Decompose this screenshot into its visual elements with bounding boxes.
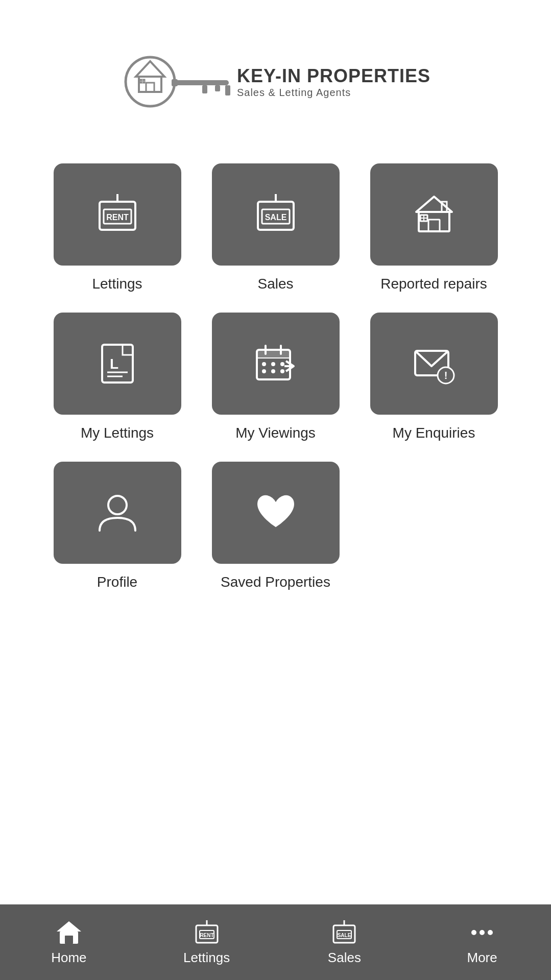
menu-item-sales[interactable]: SALE Sales [212,163,340,292]
svg-text:SALE: SALE [338,933,351,938]
svg-rect-24 [442,202,447,212]
sales-icon: SALE [253,192,299,237]
svg-text:SALE: SALE [265,213,286,222]
svg-point-39 [262,369,266,373]
my-enquiries-tile[interactable]: ! [370,313,498,415]
svg-rect-32 [257,350,290,358]
menu-item-saved-properties[interactable]: Saved Properties [212,462,340,590]
menu-item-my-viewings[interactable]: My Viewings [212,313,340,441]
more-nav-label: More [467,950,497,966]
logo-title: KEY-IN PROPERTIES [237,65,430,87]
lettings-nav-icon: RENT [194,919,220,946]
lettings-tile[interactable]: RENT [54,163,181,266]
more-nav-icon [469,919,495,946]
saved-properties-label: Saved Properties [221,574,330,590]
profile-label: Profile [97,574,137,590]
reported-repairs-icon [411,192,457,237]
my-viewings-icon [253,341,299,387]
nav-item-more[interactable]: More [413,919,551,966]
logo-section: KEY-IN PROPERTIES Sales & Letting Agents [0,0,551,143]
svg-point-40 [271,369,275,373]
svg-marker-47 [57,921,81,931]
svg-text:!: ! [444,370,447,381]
my-viewings-label: My Viewings [235,425,316,441]
svg-rect-10 [225,85,230,95]
saved-properties-icon [253,490,299,536]
svg-marker-1 [136,61,164,77]
svg-point-41 [280,369,284,373]
home-nav-label: Home [51,950,86,966]
menu-grid: RENT Lettings SALE Sales [54,143,498,621]
my-enquiries-label: My Enquiries [393,425,475,441]
svg-point-59 [480,930,485,935]
menu-item-my-enquiries[interactable]: ! My Enquiries [370,313,498,441]
svg-point-58 [471,930,476,935]
svg-point-36 [262,362,266,366]
sales-nav-icon: SALE [331,919,357,946]
svg-text:L: L [110,356,118,372]
svg-point-46 [108,496,127,514]
svg-rect-49 [65,936,73,944]
logo-key-icon [121,51,233,112]
svg-rect-9 [215,85,220,91]
bottom-nav: Home RENT Lettings SALE Sales More [0,904,551,980]
home-nav-icon [56,919,82,946]
menu-item-my-lettings[interactable]: L My Lettings [54,313,181,441]
svg-point-38 [280,362,284,366]
menu-item-lettings[interactable]: RENT Lettings [54,163,181,292]
nav-item-sales[interactable]: SALE Sales [276,919,414,966]
saved-properties-tile[interactable] [212,462,340,564]
lettings-icon: RENT [94,192,140,237]
svg-text:RENT: RENT [106,213,129,222]
my-lettings-label: My Lettings [81,425,154,441]
menu-item-profile[interactable]: Profile [54,462,181,590]
logo-text: KEY-IN PROPERTIES Sales & Letting Agents [237,65,430,99]
menu-item-reported-repairs[interactable]: Reported repairs [370,163,498,292]
logo-container: KEY-IN PROPERTIES Sales & Letting Agents [121,51,430,112]
nav-item-lettings[interactable]: RENT Lettings [138,919,276,966]
sales-nav-label: Sales [328,950,361,966]
my-lettings-tile[interactable]: L [54,313,181,415]
svg-rect-8 [202,85,207,93]
svg-point-60 [488,930,493,935]
svg-point-0 [126,57,175,106]
lettings-nav-label: Lettings [183,950,230,966]
svg-rect-11 [172,79,178,86]
logo-subtitle: Sales & Letting Agents [237,87,430,99]
svg-rect-3 [146,83,154,92]
my-enquiries-icon: ! [411,341,457,387]
profile-tile[interactable] [54,462,181,564]
svg-rect-7 [174,80,229,85]
sales-tile[interactable]: SALE [212,163,340,266]
profile-icon [94,490,140,536]
svg-rect-22 [428,220,440,231]
svg-text:RENT: RENT [200,933,213,938]
nav-item-home[interactable]: Home [0,919,138,966]
reported-repairs-tile[interactable] [370,163,498,266]
sales-label: Sales [257,276,293,292]
lettings-label: Lettings [92,276,142,292]
svg-point-37 [271,362,275,366]
my-lettings-icon: L [94,341,140,387]
reported-repairs-label: Reported repairs [380,276,487,292]
my-viewings-tile[interactable] [212,313,340,415]
